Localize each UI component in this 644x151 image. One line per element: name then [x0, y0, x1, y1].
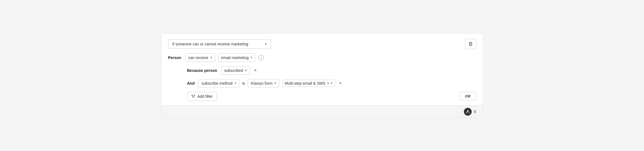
source-dropdown[interactable]: Klaviyo form ▾: [248, 79, 279, 87]
because-person-row: Because person subscribed ▾ ×: [168, 66, 476, 75]
and-row: And subscribe method ▾ is Klaviyo form ▾…: [168, 79, 476, 87]
status-bar: 0: [161, 105, 483, 118]
is-label: is: [242, 81, 245, 86]
person-row: Person can receive ▾ email marketing ▾ i: [168, 53, 476, 62]
or-button[interactable]: OR: [460, 92, 476, 101]
status-count: 0: [474, 109, 476, 114]
add-filter-button[interactable]: Add filter: [187, 92, 217, 101]
svg-point-0: [467, 110, 468, 112]
add-filter-label: Add filter: [197, 94, 213, 99]
remove-and-button[interactable]: ×: [338, 81, 343, 86]
remove-because-button[interactable]: ×: [253, 68, 257, 73]
main-condition-label: If someone can or cannot receive marketi…: [172, 42, 248, 46]
marketing-value: email marketing: [221, 55, 249, 60]
receive-value: can receive: [188, 55, 208, 60]
marketing-chevron: ▾: [251, 56, 252, 59]
and-label: And: [187, 81, 195, 86]
condition-card: If someone can or cannot receive marketi…: [161, 33, 483, 118]
marketing-dropdown[interactable]: email marketing ▾: [218, 53, 256, 62]
person-label: Person: [168, 55, 181, 60]
bottom-row: Add filter OR: [168, 92, 476, 101]
multi-value-tag: Multi-step email & SMS: [285, 81, 325, 86]
receive-chevron: ▾: [211, 56, 212, 59]
top-row: If someone can or cannot receive marketi…: [168, 39, 476, 49]
multi-value-chevron: ▾: [331, 81, 333, 85]
subscribed-value: subscribed: [224, 68, 243, 73]
remove-tag-button[interactable]: ×: [327, 81, 329, 85]
main-condition-chevron: ▾: [265, 42, 267, 46]
subscribe-method-chevron: ▾: [235, 81, 236, 85]
subscribe-method-value: subscribe method: [202, 81, 233, 86]
delete-condition-button[interactable]: [465, 39, 476, 49]
subscribe-method-dropdown[interactable]: subscribe method ▾: [199, 79, 240, 87]
receive-dropdown[interactable]: can receive ▾: [185, 53, 215, 62]
filter-icon: [191, 94, 195, 98]
person-icon: [466, 109, 470, 114]
subscribed-dropdown[interactable]: subscribed ▾: [221, 66, 250, 75]
main-condition-dropdown[interactable]: If someone can or cannot receive marketi…: [168, 39, 271, 49]
source-chevron: ▾: [275, 81, 276, 85]
trash-icon: [468, 42, 473, 46]
multi-value-dropdown[interactable]: Multi-step email & SMS × ▾: [282, 80, 335, 87]
source-value: Klaviyo form: [251, 81, 272, 86]
avatar-icon: [464, 108, 472, 116]
subscribed-chevron: ▾: [245, 69, 247, 72]
info-icon[interactable]: i: [258, 55, 264, 60]
because-person-label: Because person: [187, 68, 217, 73]
or-label: OR: [465, 94, 471, 98]
